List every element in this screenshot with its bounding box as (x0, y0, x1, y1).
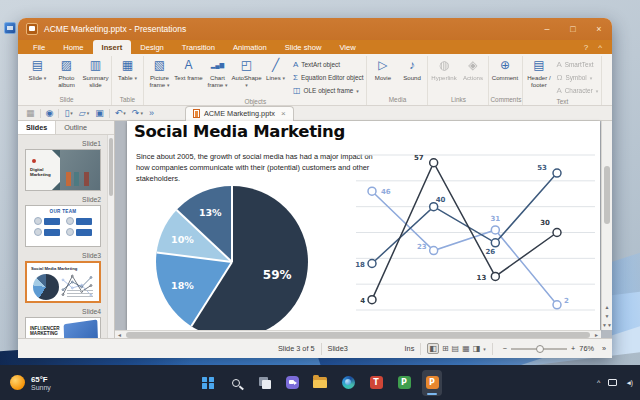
menu-tab-transition[interactable]: Transition (173, 40, 224, 54)
actions-button[interactable]: ◈Actions (458, 56, 487, 94)
panel-tab-slides[interactable]: Slides (18, 121, 56, 134)
zoom-slider-knob[interactable] (536, 345, 544, 353)
summary-slide-icon: ▥ (90, 58, 101, 73)
menu-tab-view[interactable]: View (330, 40, 364, 54)
ole-object-frame-button[interactable]: ◫OLE object frame▾ (293, 85, 363, 96)
hyperlink-button[interactable]: ◍Hyperlink (429, 56, 458, 94)
slideshow-view-icon[interactable]: ◨ (473, 344, 481, 353)
slide-canvas[interactable]: Social Media Marketing Since about 2005,… (127, 121, 600, 330)
open-file-icon[interactable]: ▱▾ (79, 108, 89, 118)
data-point-marker (553, 229, 561, 237)
taskbar-textmaker-icon[interactable]: T (366, 370, 386, 396)
save-icon[interactable]: ▣ (95, 108, 104, 118)
chevron-down-icon[interactable]: ▾ (483, 346, 486, 352)
panel-tab-outline[interactable]: Outline (56, 121, 95, 134)
taskbar-edge-icon[interactable] (338, 370, 358, 396)
close-document-icon[interactable]: × (281, 109, 286, 118)
equation-editor-object-button[interactable]: ΣEquation Editor object (293, 72, 363, 83)
maximize-button[interactable]: □ (560, 18, 586, 40)
redo-icon[interactable]: ↷▾ (132, 108, 143, 118)
textart-object-button[interactable]: ATextArt object (293, 59, 363, 70)
slide-thumbnail-4[interactable]: INFLUENCER MARKETING (25, 317, 101, 338)
photo-album-button[interactable]: ▨Photo album (52, 56, 81, 94)
menu-tab-animation[interactable]: Animation (224, 40, 276, 54)
menu-tab-design[interactable]: Design (131, 40, 173, 54)
header-footer-button[interactable]: ▤Header / footer (524, 56, 553, 96)
sound-button[interactable]: ♪Sound (397, 56, 426, 94)
panel-toggle-icon[interactable]: ▦ (26, 108, 35, 118)
new-document-icon[interactable]: ▯▾ (64, 108, 72, 118)
taskbar-search-icon[interactable] (226, 370, 246, 396)
picture-frame-button[interactable]: ▧Picture frame ▾ (145, 56, 174, 96)
close-button[interactable]: × (586, 18, 612, 40)
ribbon-group-text: ▤Header / footerASmartTextΩSymbol▾AChara… (523, 56, 602, 105)
document-tab[interactable]: ACME Marketing.pptx × (185, 106, 294, 121)
data-point-label: 53 (537, 164, 547, 172)
panel-scrollbar[interactable] (107, 135, 114, 338)
zoom-level[interactable]: 76% (579, 344, 594, 353)
taskbar-chat-icon[interactable] (282, 370, 302, 396)
slide-body-text[interactable]: Since about 2005, the growth of social m… (136, 151, 388, 184)
insert-mode-status[interactable]: Ins (405, 344, 415, 353)
tray-chevron-icon[interactable]: ^ (597, 379, 600, 386)
character-button[interactable]: ACharacter▾ (556, 85, 598, 96)
data-point-label: 46 (381, 188, 391, 196)
minimize-button[interactable]: – (534, 18, 560, 40)
touch-mode-icon[interactable]: ◉ (46, 108, 54, 118)
normal-view-icon[interactable]: ◧ (427, 343, 439, 354)
pie-chart[interactable]: 59%18%10%13% (156, 186, 308, 330)
data-point-marker (430, 203, 438, 211)
menu-tab-file[interactable]: File (24, 40, 54, 54)
undo-icon[interactable]: ↶▾ (115, 108, 126, 118)
symbol-button[interactable]: ΩSymbol▾ (556, 72, 598, 83)
slide-thumbnail-2[interactable]: OUR TEAM (25, 205, 101, 247)
table-button[interactable]: ▦Table ▾ (113, 56, 142, 94)
slide-sorter-view-icon[interactable]: ⊞ (442, 344, 449, 353)
vertical-scrollbar-thumb[interactable] (604, 166, 610, 224)
taskbar-file-explorer-icon[interactable] (310, 370, 330, 396)
zoom-slider[interactable] (511, 348, 567, 350)
taskbar-planmaker-icon[interactable]: P (394, 370, 414, 396)
slide-thumbnail-3[interactable]: Social Media Marketing (25, 261, 101, 303)
summary-slide-button[interactable]: ▥Summary slide (81, 56, 110, 94)
taskbar-presentations-icon[interactable]: P (422, 370, 442, 396)
speaker-icon[interactable]: ◄) (625, 379, 632, 386)
movie-button[interactable]: ▷Movie (368, 56, 397, 94)
help-button[interactable]: ? (584, 43, 588, 52)
overflow-icon[interactable]: » (149, 108, 154, 118)
autoshape-button[interactable]: ◰AutoShape ▾ (232, 56, 261, 96)
horizontal-scrollbar-thumb[interactable] (126, 332, 590, 338)
taskbar-start-icon[interactable] (198, 370, 218, 396)
notes-view-icon[interactable]: ▤ (452, 344, 460, 353)
status-overflow-button[interactable]: » (602, 344, 606, 353)
chart-frame-button[interactable]: ▂▄▆Chart frame ▾ (203, 56, 232, 96)
menu-tab-slide-show[interactable]: Slide show (276, 40, 331, 54)
line-chart[interactable]: 4623312184026534571330 (353, 140, 598, 330)
text-frame-button[interactable]: AText frame (174, 56, 203, 96)
horizontal-scrollbar[interactable]: ◄ ► (115, 330, 601, 338)
data-point-marker (90, 285, 92, 287)
pie-slice-label: 10% (171, 233, 194, 244)
vertical-scrollbar[interactable]: ▲▼▼▼ (601, 121, 612, 330)
thumbnail-caption: Social Media Marketing (31, 266, 99, 271)
titlebar[interactable]: ACME Marketing.pptx - Presentations – □ … (18, 18, 612, 40)
taskbar-task-view-icon[interactable] (254, 370, 274, 396)
desktop-shortcut-icon[interactable] (4, 22, 16, 34)
zoom-in-button[interactable]: + (571, 344, 575, 353)
comment-button[interactable]: ⊕Comment (490, 56, 519, 94)
ribbon-group-objects: ▧Picture frame ▾AText frame▂▄▆Chart fram… (144, 56, 367, 105)
chevron-down-icon: ▾ (140, 110, 143, 116)
lines-button[interactable]: ╱Lines ▾ (261, 56, 290, 96)
collapse-ribbon-button[interactable]: ^ (598, 43, 602, 52)
weather-widget[interactable]: 65°F Sunny (10, 375, 51, 391)
handout-view-icon[interactable]: ▦ (462, 344, 470, 353)
slide-thumbnail-1[interactable]: Digital Marketing (25, 149, 101, 191)
slide-button[interactable]: ▤Slide ▾ (23, 56, 52, 94)
slide-title[interactable]: Social Media Marketing (134, 122, 345, 141)
smarttext-button[interactable]: ASmartText (556, 59, 598, 70)
display-icon[interactable] (608, 379, 617, 386)
menu-tab-insert[interactable]: Insert (93, 40, 132, 54)
menu-tab-home[interactable]: Home (54, 40, 92, 54)
zoom-out-button[interactable]: − (503, 344, 507, 353)
window-title: ACME Marketing.pptx - Presentations (44, 24, 186, 34)
